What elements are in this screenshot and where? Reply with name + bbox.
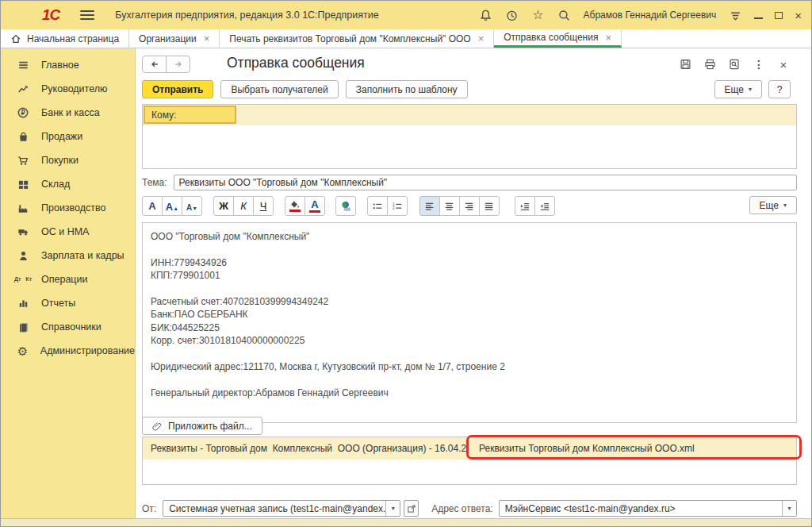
page-title: Отправка сообщения — [227, 55, 365, 71]
recipients-box: Кому: — [142, 104, 797, 169]
insert-link-icon[interactable] — [335, 196, 356, 216]
service-menu-icon[interactable] — [728, 8, 742, 22]
warehouse-grid-icon — [16, 178, 30, 190]
numbered-list-button[interactable]: 12 — [387, 196, 408, 216]
editor-more-button[interactable]: Еще▾ — [749, 196, 797, 214]
open-account-button[interactable] — [404, 500, 419, 517]
send-button[interactable]: Отправить — [142, 80, 213, 98]
form-close-icon[interactable]: × — [776, 58, 791, 71]
formatting-toolbar: А А▲ А▼ Ж К Ч А — [142, 196, 797, 217]
forward-button[interactable] — [166, 56, 190, 73]
font-button[interactable]: А — [142, 196, 163, 216]
attachment-item-highlighted[interactable]: Реквизиты Торговый дом Комплексный ООО.x… — [468, 443, 796, 454]
maximize-button[interactable] — [775, 12, 783, 19]
shopping-bag-icon — [16, 130, 30, 143]
attachment-item[interactable]: Реквизиты - Торговый дом Комплексный ООО… — [143, 443, 468, 454]
align-center-button[interactable] — [439, 196, 460, 216]
highlight-color-button[interactable] — [285, 196, 305, 216]
font-color-button[interactable]: А — [304, 196, 325, 216]
attach-file-button[interactable]: Приложить файл... — [142, 417, 262, 435]
send-message-form: Отправка сообщения ⋮ × Отправить Выбрать… — [136, 48, 811, 518]
align-right-button[interactable] — [459, 196, 480, 216]
recipients-input-area[interactable] — [143, 125, 796, 168]
chevron-down-icon: ▾ — [749, 86, 752, 93]
sidebar-item-otchety[interactable]: Отчеты — [1, 291, 135, 315]
favorites-star-icon[interactable]: ☆ — [531, 8, 546, 22]
italic-button[interactable]: К — [233, 196, 254, 216]
indent-increase-button[interactable] — [515, 196, 535, 216]
font-increase-button[interactable]: А▲ — [162, 196, 182, 216]
help-button[interactable]: ? — [768, 80, 791, 98]
save-icon[interactable] — [678, 58, 692, 71]
sidebar-item-spravochniki[interactable]: Справочники — [1, 315, 135, 339]
select-recipients-button[interactable]: Выбрать получателей — [220, 80, 338, 98]
tab-label: Отправка сообщения — [504, 32, 598, 43]
more-button[interactable]: Еще▾ — [714, 80, 762, 98]
book-icon — [16, 321, 30, 333]
ruble-circle-icon: ₽ — [16, 106, 30, 119]
search-icon[interactable] — [557, 8, 572, 22]
tab-send-message[interactable]: Отправка сообщения × — [494, 29, 622, 48]
factory-icon — [16, 202, 30, 214]
tab-close-icon[interactable]: × — [478, 33, 485, 44]
reply-address-label: Адрес ответа: — [431, 503, 492, 514]
minimize-button[interactable] — [754, 12, 763, 19]
message-body-editor[interactable]: ООО "Торговый дом "Комплексный" ИНН:7799… — [142, 222, 797, 423]
font-decrease-button[interactable]: А▼ — [182, 196, 202, 216]
sidebar-item-pokupki[interactable]: Покупки — [1, 148, 135, 172]
preview-icon[interactable] — [727, 58, 741, 71]
sidebar-item-administrirovanie[interactable]: ⚙ Администрирование — [1, 339, 135, 363]
sidebar-item-operacii[interactable]: ДтКт Операции — [1, 267, 135, 291]
menu-lines-icon — [16, 59, 30, 71]
from-label: От: — [142, 503, 156, 514]
gear-icon: ⚙ — [16, 344, 29, 357]
tab-bar: Начальная страница Организации × Печать … — [1, 29, 811, 48]
font-color-bar — [309, 210, 320, 213]
reply-address-combobox[interactable]: МэйнСервис <test1c-main@yandex.ru> ▾ — [499, 500, 797, 517]
tab-label: Начальная страница — [27, 33, 119, 44]
window-bottom-strip — [1, 518, 811, 527]
current-user-name[interactable]: Абрамов Геннадий Сергеевич — [584, 10, 717, 21]
to-field[interactable]: Кому: — [144, 106, 236, 124]
back-button[interactable] — [142, 56, 167, 73]
main-menu-icon[interactable] — [80, 8, 94, 22]
align-left-button[interactable] — [419, 196, 440, 216]
sidebar-item-glavnoe[interactable]: Главное — [1, 53, 135, 77]
from-account-combobox[interactable]: Системная учетная запись (test1c-main@ya… — [163, 500, 400, 517]
indent-decrease-button[interactable] — [534, 196, 555, 216]
chevron-down-icon[interactable]: ▾ — [385, 501, 400, 516]
title-bar: 1С Бухгалтерия предприятия, редакция 3.0… — [1, 1, 811, 29]
fill-by-template-button[interactable]: Заполнить по шаблону — [346, 80, 468, 98]
sidebar-item-bank-kassa[interactable]: ₽ Банк и касса — [1, 101, 135, 125]
history-icon[interactable] — [505, 8, 519, 22]
subject-input[interactable]: Реквизиты ООО "Торговый дом "Комплексный… — [174, 175, 797, 190]
tab-label: Организации — [139, 33, 197, 44]
tab-label: Печать реквизитов Торговый дом "Комплекс… — [229, 33, 470, 44]
window-close-button[interactable]: × — [795, 10, 802, 21]
attachments-list: Реквизиты - Торговый дом Комплексный ООО… — [142, 437, 797, 485]
tab-home[interactable]: Начальная страница — [1, 29, 129, 48]
sidebar-item-os-nma[interactable]: ОС и НМА — [1, 220, 135, 244]
bar-chart-icon — [16, 297, 30, 310]
bold-button[interactable]: Ж — [213, 196, 234, 216]
truck-icon — [16, 225, 30, 238]
tab-organizations[interactable]: Организации × — [129, 29, 220, 48]
align-justify-button[interactable] — [479, 196, 500, 216]
bullet-list-button[interactable] — [367, 196, 388, 216]
sidebar-item-proizvodstvo[interactable]: Производство — [1, 196, 135, 220]
tab-print-requisites[interactable]: Печать реквизитов Торговый дом "Комплекс… — [220, 29, 494, 48]
notifications-bell-icon[interactable] — [479, 8, 493, 22]
sidebar-item-rukovoditelyu[interactable]: Руководителю — [1, 77, 135, 101]
chevron-down-icon[interactable]: ▾ — [782, 501, 796, 516]
print-icon[interactable] — [703, 58, 717, 71]
underline-button[interactable]: Ч — [253, 196, 274, 216]
more-dots-icon[interactable]: ⋮ — [752, 58, 766, 71]
sidebar-item-sklad[interactable]: Склад — [1, 172, 135, 196]
sidebar-item-prodazhi[interactable]: Продажи — [1, 125, 135, 148]
tab-close-icon[interactable]: × — [204, 33, 210, 44]
highlight-color-bar — [289, 210, 301, 212]
person-icon — [16, 249, 30, 262]
trend-chart-icon — [16, 83, 30, 95]
tab-close-icon[interactable]: × — [605, 32, 611, 44]
sidebar-item-zarplata-kadry[interactable]: Зарплата и кадры — [1, 244, 135, 267]
